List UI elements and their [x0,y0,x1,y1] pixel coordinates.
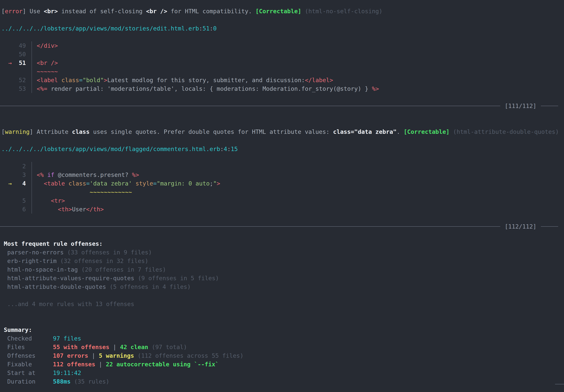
summary-label: Checked [7,334,53,343]
text-token: 97 files [53,335,81,342]
text-token: = [86,180,90,187]
text-token: (97 total) [148,344,187,351]
text-token: | [95,361,106,368]
text-token: ] Attribute [30,128,72,135]
text-token: . [397,128,404,135]
code-line: 3<% if @commenters.present? %> [1,171,564,179]
code-line: ~~~~~~~~~~~~ [1,188,564,196]
issue-message: [error] Use <br> instead of self-closing… [1,7,564,15]
text-token: | [110,344,120,351]
text-token [132,180,136,187]
text-token: @commenters.present? [58,171,132,178]
code-text: <tr> [32,196,65,205]
line-number [26,68,31,75]
text-token: class [69,180,86,187]
more-rules-note: ...and 4 more rules with 13 offenses [1,300,564,308]
line-number: 52 [19,77,31,83]
summary-row: Checked97 files [1,334,564,343]
text-token: if [44,171,58,178]
line-number: 4 [22,180,31,187]
rule-offense-item: erb-right-trim (32 offenses in 32 files) [1,257,564,265]
text-token: = [79,77,83,83]
text-token: ../../../../lobsters/app/views/mod/stori… [1,25,199,32]
gutter: →4 [1,179,32,188]
code-line: 49</div> [1,41,564,50]
summary-label: Offenses [7,351,53,360]
text-token: <br> [44,8,58,15]
file-path: ../../../../lobsters/app/views/mod/flagg… [1,145,564,153]
text-token: html-attribute-double-quotes [7,283,106,290]
text-token: (9 offenses in 5 files) [134,275,219,282]
text-token: <tr> [51,197,65,204]
lint-issue-warning: [warning] Attribute class uses single qu… [1,127,564,231]
code-line: ~~~~~~ [1,67,564,76]
text-token: parser-no-errors [7,249,64,256]
gutter: 3 [1,171,32,179]
text-token: 55 with offenses [53,344,110,351]
text-token: [Correctable] [404,128,450,135]
text-token: ] Use [23,8,44,15]
code-line: 5 <tr> [1,196,564,205]
text-token: <label [37,77,58,83]
text-token: </label> [305,77,333,83]
text-token: ~~~~~~ [37,68,58,75]
text-token: [ [1,8,5,15]
file-path: ../../../../lobsters/app/views/mod/stori… [1,24,564,33]
gutter: 53 [1,84,32,93]
rule-offense-list: parser-no-errors (33 offenses in 9 files… [1,248,564,291]
text-token: 4 [224,146,227,152]
text-token: : [227,146,231,152]
text-token: ; [210,180,213,187]
text-token [65,180,69,187]
text-token: | [88,352,99,359]
text-token [37,197,51,204]
text-token: ../../../../lobsters/app/views/mod/flagg… [1,146,220,152]
code-text: <br /> [32,59,58,67]
code-line: 50 [1,50,564,59]
text-token: instead of self-closing [58,8,146,15]
line-number: 5 [22,197,31,204]
gutter: 5 [1,196,32,205]
text-token: <table [44,180,65,187]
text-token: ~~~~~~~~~~~~ [90,189,132,195]
text-token: (20 offenses in 7 files) [78,266,166,273]
rule-offense-item: html-attribute-values-require-quotes (9 … [1,274,564,283]
text-token: uses single quotes. Prefer double quotes… [90,128,333,135]
code-text: ~~~~~~ [32,67,58,76]
text-token: html-no-space-in-tag [7,266,78,273]
text-token [37,180,44,187]
text-token: " [213,180,217,187]
gutter: 2 [1,162,32,171]
code-snippet: 49</div>50→51<br />~~~~~~52<label class=… [1,41,564,93]
code-text: </div> [32,41,58,50]
rule-offenses-section: Most frequent rule offenses: parser-no-e… [1,239,564,308]
text-token: class [61,77,79,83]
divider-line [0,106,500,106]
text-token [58,77,61,83]
text-token: (33 offenses in 9 files) [64,249,152,256]
gutter: 49 [1,41,32,50]
summary-row: Offenses107 errors | 5 warnings (112 off… [1,351,564,360]
text-token: 15 [231,146,238,152]
text-token: (32 offenses in 32 files) [57,257,148,264]
text-token: 'data zebra' [90,180,132,187]
gutter [1,67,32,76]
text-token: <br /> [37,59,58,66]
code-line: 6 <th>User</th> [1,205,564,214]
code-text: <% if @commenters.present? %> [32,171,139,179]
code-line: 53<%= render partial: 'moderations/table… [1,84,564,93]
code-text: <%= render partial: 'moderations/table',… [32,84,379,93]
progress-counter: [111/112] [500,102,541,109]
summary-section: Summary: Checked97 filesFiles55 with off… [1,325,564,386]
text-token: 5 warnings [99,352,134,359]
text-token: Latest modlog for this story, submitter,… [107,77,305,83]
code-snippet: 23<% if @commenters.present? %>→4 <table… [1,162,564,214]
gutter: 6 [1,205,32,214]
code-line-current: →4 <table class='data zebra' style="marg… [1,179,564,188]
text-token: = [153,180,157,187]
divider-line [541,226,558,227]
code-text [32,162,37,171]
text-token: %> [132,171,139,178]
text-token: 22 autocorrectable using `--fix` [106,361,219,368]
text-token: 107 errors [53,352,88,359]
